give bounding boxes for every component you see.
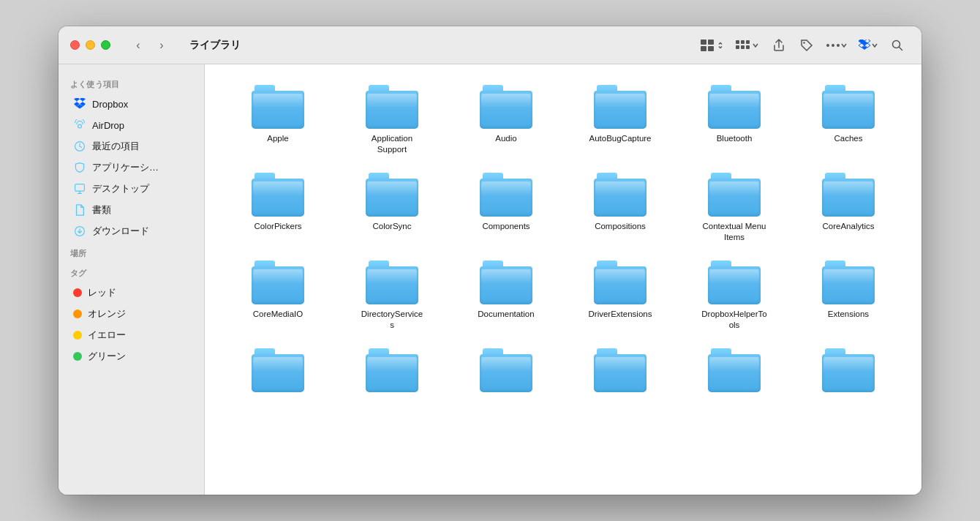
folder-item-extensions[interactable]: Extensions [793,255,904,337]
chevron-up-down-icon [717,42,724,49]
svg-rect-0 [701,40,706,45]
folder-item-dropboxhelpertools[interactable]: DropboxHelperTools [679,255,790,337]
folder-icon [822,348,875,392]
folder-item-coreanalytics[interactable]: CoreAnalytics [793,167,904,249]
toolbar-right [696,35,910,56]
sidebar-item-label: ダウンロード [92,225,149,238]
folder-item-caches[interactable]: Caches [793,79,904,161]
dropbox-button[interactable] [854,35,882,56]
svg-point-13 [837,44,840,47]
folder-item-bluetooth[interactable]: Bluetooth [679,79,790,161]
svg-rect-7 [736,45,739,49]
sidebar-item-label: グリーン [88,350,126,363]
folder-name: CoreMediaIO [253,309,303,320]
folder-item-folder22[interactable] [565,342,676,402]
folder-name: Compositions [595,221,646,232]
folder-icon [708,173,761,217]
folder-name: ColorSync [372,221,411,232]
folder-item-colorsync[interactable]: ColorSync [336,167,448,249]
maximize-button[interactable] [101,40,110,50]
folder-icon [366,173,418,217]
folder-name: AutoBugCapture [589,133,651,144]
folder-item-contextual-menu-items[interactable]: Contextual Menu Items [679,167,790,249]
folder-item-audio[interactable]: Audio [451,79,562,161]
folder-icon [366,348,418,392]
title-bar: ‹ › ライブラリ [59,26,921,64]
svg-rect-9 [746,45,750,49]
sidebar-item-label: デスクトップ [92,182,149,195]
more-button[interactable] [822,35,851,56]
sidebar-item-documents[interactable]: 書類 [61,200,201,220]
svg-rect-22 [75,184,85,192]
folder-item-compositions[interactable]: Compositions [565,167,676,249]
yellow-tag-dot [73,331,82,340]
folder-item-directoryservices[interactable]: DirectoryServices [336,255,448,337]
chevron-down-icon [841,42,847,48]
folder-icon [822,260,875,304]
folder-name: DriverExtensions [589,309,652,320]
folder-item-folder21[interactable] [451,342,562,402]
folder-item-documentation[interactable]: Documentation [451,255,562,337]
sidebar-item-tag-yellow[interactable]: イエロー [61,325,201,345]
sidebar-item-label: レッド [88,286,116,299]
sidebar-item-label: 最近の項目 [92,140,140,153]
doc-icon [73,203,86,217]
folder-grid: AppleApplication SupportAudioAutoBugCapt… [222,79,904,402]
sidebar-item-label: オレンジ [88,307,126,321]
folder-icon [708,348,761,392]
sidebar-item-tag-orange[interactable]: オレンジ [61,304,201,324]
folder-icon [594,85,647,129]
minimize-button[interactable] [86,40,95,50]
svg-rect-1 [708,40,714,45]
sidebar-item-applications[interactable]: アプリケーシ… [61,157,201,178]
folder-item-driverextensions[interactable]: DriverExtensions [565,255,676,337]
sidebar-item-dropbox[interactable]: Dropbox [61,94,201,114]
folder-item-colorpickers[interactable]: ColorPickers [222,167,333,249]
back-button[interactable]: ‹ [128,35,148,56]
sidebar-item-desktop[interactable]: デスクトップ [61,179,201,199]
folder-name: Apple [267,133,288,144]
folder-icon [708,85,761,129]
folder-item-components[interactable]: Components [451,167,562,249]
svg-point-10 [803,42,804,43]
search-button[interactable] [885,35,910,56]
folder-icon [366,260,418,304]
folder-icon [252,260,304,304]
folder-item-folder20[interactable] [336,342,448,402]
sidebar-item-tag-green[interactable]: グリーン [61,346,201,367]
view-toggle-button[interactable] [696,35,728,56]
folder-item-application-support[interactable]: Application Support [336,79,448,161]
folder-item-coremediaio[interactable]: CoreMediaIO [222,255,333,337]
tags-label: タグ [59,262,204,282]
favorites-label: よく使う項目 [59,73,204,93]
folder-item-folder24[interactable] [793,342,904,402]
folder-name: Components [482,221,529,232]
share-button[interactable] [766,35,791,56]
folder-item-autobugcapture[interactable]: AutoBugCapture [565,79,676,161]
group-by-button[interactable] [731,35,764,56]
group-icon [736,40,750,51]
svg-rect-2 [701,46,706,51]
sidebar-item-label: イエロー [88,329,126,342]
ellipsis-icon [826,43,840,48]
sidebar-item-recents[interactable]: 最近の項目 [61,136,201,157]
sidebar-item-airdrop[interactable]: AirDrop [61,115,201,135]
svg-rect-4 [736,40,739,44]
folder-item-apple[interactable]: Apple [222,79,333,161]
tag-icon [800,39,813,52]
folder-icon [366,85,418,129]
sidebar-item-tag-red[interactable]: レッド [61,282,201,303]
forward-button[interactable]: › [151,35,172,56]
close-button[interactable] [70,40,80,50]
chevron-down-icon [752,42,759,49]
svg-rect-6 [746,40,750,44]
apps-icon [73,161,86,174]
folder-icon [480,348,532,392]
folder-item-folder19[interactable] [222,342,333,402]
traffic-lights [70,40,110,50]
tag-button[interactable] [794,35,819,56]
sidebar-item-downloads[interactable]: ダウンロード [61,221,201,241]
sidebar-item-label: 書類 [92,203,111,217]
clock-icon [73,140,86,153]
folder-item-folder23[interactable] [679,342,790,402]
